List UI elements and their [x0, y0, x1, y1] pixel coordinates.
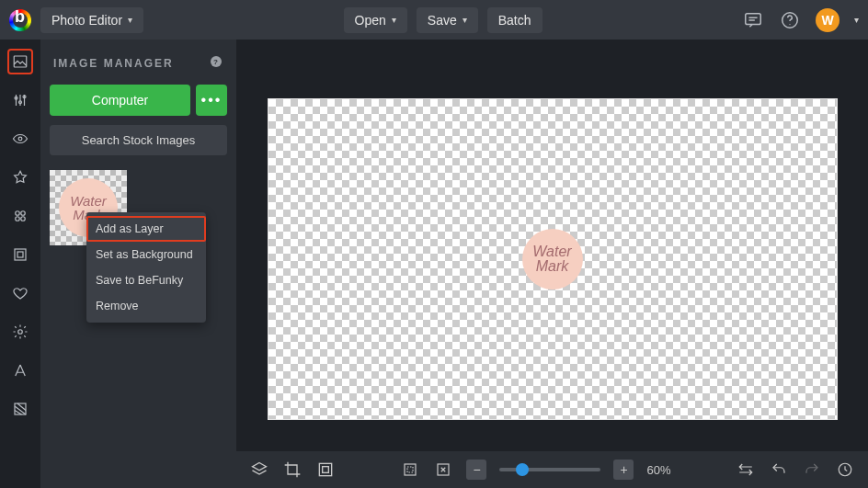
top-bar: Photo Editor ▾ Open▾ Save▾ Batch W ▾ — [0, 0, 868, 40]
panel-help-icon[interactable]: ? — [209, 54, 223, 72]
canvas-viewport[interactable]: Water Mark — [236, 40, 868, 451]
texture-tab[interactable] — [7, 396, 33, 422]
computer-upload-button[interactable]: Computer — [50, 85, 190, 116]
svg-point-15 — [16, 217, 20, 221]
comments-icon[interactable] — [742, 9, 764, 31]
layers-icon[interactable] — [249, 460, 269, 480]
actual-size-icon[interactable] — [433, 460, 453, 480]
image-manager-tab[interactable] — [7, 49, 33, 74]
svg-point-12 — [18, 137, 22, 141]
frame-tab[interactable] — [7, 242, 33, 267]
avatar[interactable]: W — [816, 8, 839, 32]
search-stock-button[interactable]: Search Stock Images — [50, 125, 227, 155]
svg-rect-17 — [15, 249, 26, 260]
chevron-down-icon: ▾ — [128, 15, 132, 25]
app-mode-label: Photo Editor — [51, 13, 122, 28]
fit-screen-icon[interactable] — [400, 460, 420, 480]
history-icon[interactable] — [835, 460, 855, 480]
more-sources-button[interactable]: ••• — [196, 85, 227, 116]
tool-rail — [0, 40, 40, 488]
help-icon[interactable] — [779, 9, 801, 31]
star-tab[interactable] — [7, 165, 33, 190]
zoom-out-button[interactable]: − — [466, 460, 486, 480]
app-logo — [9, 9, 31, 31]
svg-point-13 — [16, 211, 20, 216]
panel-title: IMAGE MANAGER — [53, 57, 174, 70]
menu-save-to-befunky[interactable]: Save to BeFunky — [86, 267, 206, 293]
compare-icon[interactable] — [736, 460, 756, 480]
svg-point-14 — [21, 211, 26, 216]
adjust-tab[interactable] — [7, 87, 33, 113]
svg-rect-5 — [14, 56, 27, 67]
gear-tab[interactable] — [7, 319, 33, 345]
crop-icon[interactable] — [282, 460, 303, 480]
canvas-watermark-layer[interactable]: Water Mark — [522, 229, 583, 289]
open-button[interactable]: Open▾ — [344, 7, 407, 33]
menu-remove[interactable]: Remove — [86, 293, 206, 319]
svg-rect-26 — [319, 463, 331, 475]
menu-set-as-background[interactable]: Set as Background — [86, 242, 206, 267]
bottom-bar: − + 60% — [236, 451, 868, 488]
svg-rect-28 — [405, 464, 416, 475]
zoom-slider[interactable] — [499, 468, 600, 471]
svg-point-4 — [789, 24, 790, 25]
menu-add-as-layer[interactable]: Add as Layer — [86, 216, 206, 242]
svg-rect-0 — [746, 13, 761, 24]
text-tab[interactable] — [7, 357, 33, 383]
svg-point-16 — [21, 217, 26, 221]
svg-rect-18 — [17, 252, 23, 257]
svg-point-19 — [18, 330, 23, 335]
shapes-tab[interactable] — [7, 203, 33, 229]
zoom-percent-label: 60% — [646, 463, 670, 477]
heart-tab[interactable] — [7, 280, 33, 306]
chevron-down-icon: ▾ — [463, 15, 467, 25]
redo-icon[interactable] — [802, 460, 822, 480]
canvas-resize-icon[interactable] — [315, 460, 336, 480]
account-chevron-down-icon[interactable]: ▾ — [854, 15, 859, 25]
eye-tab[interactable] — [7, 126, 33, 152]
image-manager-panel: IMAGE MANAGER ? Computer ••• Search Stoc… — [40, 40, 236, 488]
batch-button[interactable]: Batch — [487, 7, 542, 33]
svg-rect-27 — [323, 467, 329, 473]
save-button[interactable]: Save▾ — [417, 7, 478, 33]
app-mode-dropdown[interactable]: Photo Editor ▾ — [40, 7, 143, 33]
canvas[interactable]: Water Mark — [268, 98, 838, 420]
chevron-down-icon: ▾ — [392, 15, 396, 25]
zoom-in-button[interactable]: + — [613, 460, 634, 480]
thumbnail-context-menu: Add as Layer Set as Background Save to B… — [86, 212, 206, 323]
undo-icon[interactable] — [769, 460, 789, 480]
svg-text:?: ? — [213, 58, 219, 66]
